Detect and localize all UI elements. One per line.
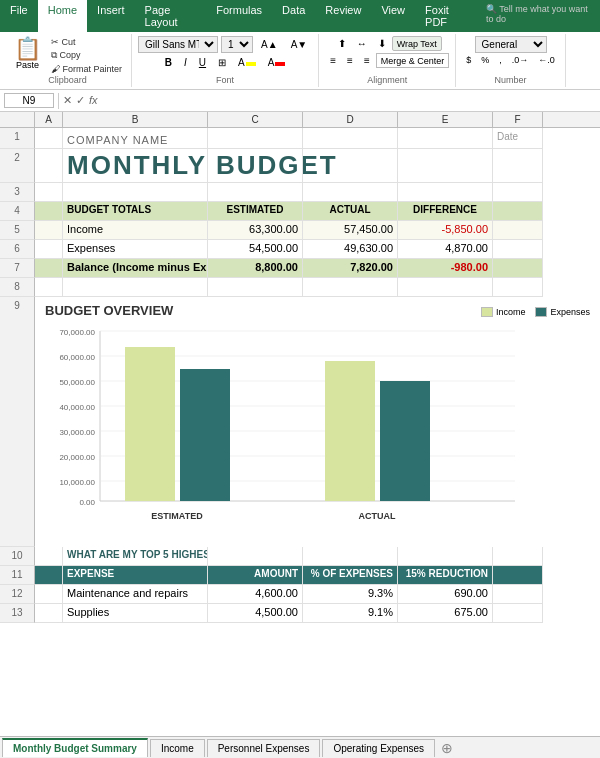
tab-foxit-pdf[interactable]: Foxit PDF bbox=[415, 0, 476, 32]
cell-f12[interactable] bbox=[493, 585, 543, 604]
cell-b4[interactable]: BUDGET TOTALS bbox=[63, 202, 208, 221]
tab-formulas[interactable]: Formulas bbox=[206, 0, 272, 32]
cell-a8[interactable] bbox=[35, 278, 63, 297]
cell-d3[interactable] bbox=[303, 183, 398, 202]
cell-c11[interactable]: AMOUNT bbox=[208, 566, 303, 585]
cell-a12[interactable] bbox=[35, 585, 63, 604]
cell-b8[interactable] bbox=[63, 278, 208, 297]
formula-input[interactable] bbox=[98, 94, 596, 108]
cell-d6[interactable]: 49,630.00 bbox=[303, 240, 398, 259]
insert-function-icon[interactable]: fx bbox=[89, 94, 98, 107]
cell-c6[interactable]: 54,500.00 bbox=[208, 240, 303, 259]
cell-e2[interactable] bbox=[398, 149, 493, 183]
cell-f5[interactable] bbox=[493, 221, 543, 240]
col-header-a[interactable]: A bbox=[35, 112, 63, 127]
cell-a11[interactable] bbox=[35, 566, 63, 585]
cell-a2[interactable] bbox=[35, 149, 63, 183]
cell-d5[interactable]: 57,450.00 bbox=[303, 221, 398, 240]
cell-f8[interactable] bbox=[493, 278, 543, 297]
cell-c12[interactable]: 4,600.00 bbox=[208, 585, 303, 604]
cell-b3[interactable] bbox=[63, 183, 208, 202]
cell-d1[interactable] bbox=[303, 128, 398, 149]
cell-e8[interactable] bbox=[398, 278, 493, 297]
copy-button[interactable]: ⧉ Copy bbox=[48, 49, 125, 62]
cell-c3[interactable] bbox=[208, 183, 303, 202]
cell-f13[interactable] bbox=[493, 604, 543, 623]
fill-color-button[interactable]: A bbox=[233, 55, 261, 70]
percent-button[interactable]: % bbox=[477, 53, 493, 67]
cell-c1[interactable] bbox=[208, 128, 303, 149]
cell-e10[interactable] bbox=[398, 547, 493, 566]
border-button[interactable]: ⊞ bbox=[213, 55, 231, 70]
cell-e12[interactable]: 690.00 bbox=[398, 585, 493, 604]
underline-button[interactable]: U bbox=[194, 55, 211, 70]
font-size-select[interactable]: 11 bbox=[221, 36, 253, 53]
cell-b2[interactable]: MONTHLY BUDGET bbox=[63, 149, 208, 183]
tab-review[interactable]: Review bbox=[315, 0, 371, 32]
tab-page-layout[interactable]: Page Layout bbox=[135, 0, 207, 32]
paste-button[interactable]: 📋 Paste bbox=[10, 36, 45, 72]
col-header-f[interactable]: F bbox=[493, 112, 543, 127]
col-header-c[interactable]: C bbox=[208, 112, 303, 127]
cell-e5[interactable]: -5,850.00 bbox=[398, 221, 493, 240]
tab-home[interactable]: Home bbox=[38, 0, 87, 32]
merge-center-button[interactable]: Merge & Center bbox=[376, 53, 450, 68]
cell-f10[interactable] bbox=[493, 547, 543, 566]
cell-c8[interactable] bbox=[208, 278, 303, 297]
cell-e1[interactable] bbox=[398, 128, 493, 149]
align-right-button[interactable]: ≡ bbox=[359, 53, 375, 68]
tab-file[interactable]: File bbox=[0, 0, 38, 32]
cell-e6[interactable]: 4,870.00 bbox=[398, 240, 493, 259]
cell-b6[interactable]: Expenses bbox=[63, 240, 208, 259]
font-family-select[interactable]: Gill Sans MT bbox=[138, 36, 218, 53]
cell-e3[interactable] bbox=[398, 183, 493, 202]
align-bottom-button[interactable]: ⬇ bbox=[373, 36, 391, 51]
cell-e13[interactable]: 675.00 bbox=[398, 604, 493, 623]
cell-f3[interactable] bbox=[493, 183, 543, 202]
tell-me-input[interactable]: 🔍 Tell me what you want to do bbox=[476, 0, 600, 32]
cell-b11[interactable]: EXPENSE bbox=[63, 566, 208, 585]
cell-reference-input[interactable] bbox=[4, 93, 54, 108]
font-color-button[interactable]: A bbox=[263, 55, 291, 70]
cell-f1[interactable]: Date bbox=[493, 128, 543, 149]
cell-a3[interactable] bbox=[35, 183, 63, 202]
cell-e7[interactable]: -980.00 bbox=[398, 259, 493, 278]
cell-d13[interactable]: 9.1% bbox=[303, 604, 398, 623]
cell-a10[interactable] bbox=[35, 547, 63, 566]
tab-view[interactable]: View bbox=[371, 0, 415, 32]
cell-c5[interactable]: 63,300.00 bbox=[208, 221, 303, 240]
cell-b12[interactable]: Maintenance and repairs bbox=[63, 585, 208, 604]
confirm-formula-icon[interactable]: ✓ bbox=[76, 94, 85, 107]
cell-c7[interactable]: 8,800.00 bbox=[208, 259, 303, 278]
cell-d8[interactable] bbox=[303, 278, 398, 297]
align-left-button[interactable]: ≡ bbox=[325, 53, 341, 68]
cell-e11[interactable]: 15% REDUCTION bbox=[398, 566, 493, 585]
currency-button[interactable]: $ bbox=[462, 53, 475, 67]
cell-d7[interactable]: 7,820.00 bbox=[303, 259, 398, 278]
cell-b13[interactable]: Supplies bbox=[63, 604, 208, 623]
cell-e4[interactable]: DIFFERENCE bbox=[398, 202, 493, 221]
cell-f11[interactable] bbox=[493, 566, 543, 585]
increase-decimal-button[interactable]: .0→ bbox=[508, 53, 533, 67]
tab-data[interactable]: Data bbox=[272, 0, 315, 32]
cell-f6[interactable] bbox=[493, 240, 543, 259]
col-header-e[interactable]: E bbox=[398, 112, 493, 127]
cell-a5[interactable] bbox=[35, 221, 63, 240]
cell-a7[interactable] bbox=[35, 259, 63, 278]
cell-a6[interactable] bbox=[35, 240, 63, 259]
cell-d2[interactable] bbox=[303, 149, 398, 183]
col-header-d[interactable]: D bbox=[303, 112, 398, 127]
align-center-button[interactable]: ≡ bbox=[342, 53, 358, 68]
comma-button[interactable]: , bbox=[495, 53, 506, 67]
decrease-font-button[interactable]: A▼ bbox=[286, 37, 313, 52]
tab-insert[interactable]: Insert bbox=[87, 0, 135, 32]
cell-d4[interactable]: ACTUAL bbox=[303, 202, 398, 221]
cell-b5[interactable]: Income bbox=[63, 221, 208, 240]
cell-c13[interactable]: 4,500.00 bbox=[208, 604, 303, 623]
cut-button[interactable]: ✂ Cut bbox=[48, 36, 125, 48]
cell-f2[interactable] bbox=[493, 149, 543, 183]
cell-c2[interactable] bbox=[208, 149, 303, 183]
cell-b10[interactable]: WHAT ARE MY TOP 5 HIGHEST OPERATING EXPE… bbox=[63, 547, 208, 566]
align-middle-button[interactable]: ↔ bbox=[352, 36, 372, 51]
cell-d11[interactable]: % OF EXPENSES bbox=[303, 566, 398, 585]
